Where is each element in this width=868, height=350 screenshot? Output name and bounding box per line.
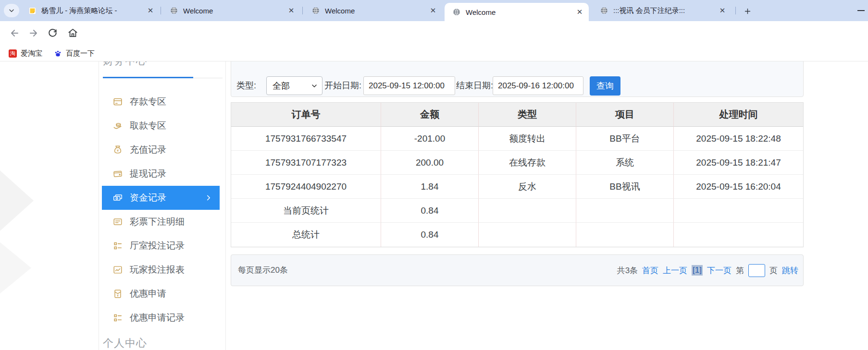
table-row-page-summary: 当前页统计 0.84 <box>231 199 803 223</box>
tab-title: 杨雪儿 - 海燕策略论坛 - <box>41 6 142 15</box>
cell-project: 系统 <box>576 151 674 175</box>
type-select-value: 全部 <box>273 80 290 92</box>
tab-close-icon[interactable]: ✕ <box>718 6 727 15</box>
sidebar-item-hall-bet-record[interactable]: 厅室投注记录 <box>102 234 220 258</box>
sidebar-item-withdraw-zone[interactable]: 取款专区 <box>102 114 220 138</box>
sidebar: 财务中心 存款专区 取款专区 ¥ 充值记录 提现记录 <box>99 61 226 350</box>
sidebar-item-promo-apply[interactable]: ¥ 优惠申请 <box>102 282 220 306</box>
browser-toolbar: js13.cc/hhcp/usercenter.html?iniType=6 <box>0 21 868 45</box>
tab-close-icon[interactable]: ✕ <box>429 6 437 15</box>
sidebar-item-label: 取款专区 <box>130 120 166 132</box>
tab-search-button[interactable] <box>4 4 19 17</box>
page-jump-input[interactable] <box>748 264 765 277</box>
home-icon[interactable] <box>67 27 79 39</box>
next-page-link[interactable]: 下一页 <box>707 265 732 276</box>
cell-project: BB视讯 <box>576 175 674 199</box>
prev-page-link[interactable]: 上一页 <box>663 265 687 276</box>
hand-coins-icon <box>112 121 123 131</box>
chevron-right-icon <box>204 193 213 202</box>
reload-icon[interactable] <box>47 27 59 39</box>
cell-amount: -201.00 <box>381 127 479 151</box>
new-tab-button[interactable] <box>741 5 754 17</box>
sidebar-section-personal: 个人中心 <box>103 336 147 350</box>
tab-close-icon[interactable]: ✕ <box>575 8 584 16</box>
list-icon <box>112 241 123 251</box>
sidebar-item-label: 厅室投注记录 <box>130 240 185 252</box>
cell-order-no: 1757931707177323 <box>231 151 381 175</box>
tab-welcome-active[interactable]: Welcome ✕ <box>445 3 589 21</box>
table-row: 1757924404902270 1.84 反水 BB视讯 2025-09-15… <box>231 175 803 199</box>
money-bag-icon: ¥ <box>112 145 123 155</box>
tab-forum[interactable]: 杨雪儿 - 海燕策略论坛 - ✕ <box>20 0 160 21</box>
current-page-indicator: [1] <box>692 265 703 276</box>
col-header-order-no: 订单号 <box>231 103 381 127</box>
cell-amount: 0.84 <box>381 199 479 223</box>
tab-divider <box>302 7 303 14</box>
table-row-total-summary: 总统计 0.84 <box>231 223 803 247</box>
sidebar-item-label: 存款专区 <box>130 96 166 108</box>
first-page-link[interactable]: 首页 <box>642 265 658 276</box>
jump-link[interactable]: 跳转 <box>782 265 798 276</box>
page-prefix-label: 第 <box>736 265 744 276</box>
banknotes-icon <box>112 193 123 203</box>
sidebar-item-label: 提现记录 <box>130 168 166 180</box>
sidebar-item-lottery-bet-detail[interactable]: 彩票下注明细 <box>102 210 220 234</box>
cell-process-time: 2025-09-15 18:22:48 <box>674 127 803 151</box>
type-label: 类型: <box>236 76 256 95</box>
globe-favicon-icon <box>600 6 608 15</box>
tab-title: :::视讯 会员下注纪录::: <box>613 6 714 15</box>
sidebar-item-funds-record[interactable]: 资金记录 <box>102 186 220 210</box>
tab-betting-record[interactable]: :::视讯 会员下注纪录::: ✕ <box>592 0 732 21</box>
tab-welcome-1[interactable]: Welcome ✕ <box>162 0 300 21</box>
bookmark-aitaobao[interactable]: 淘 爱淘宝 <box>6 47 45 60</box>
watermark-triangle <box>0 234 31 302</box>
browser-window: 杨雪儿 - 海燕策略论坛 - ✕ Welcome ✕ Welcome ✕ Wel… <box>0 0 868 350</box>
col-header-type: 类型 <box>479 103 576 127</box>
search-button[interactable]: 查询 <box>590 76 620 96</box>
table-header-row: 订单号 金额 类型 项目 处理时间 <box>231 103 803 127</box>
cell-empty <box>674 199 803 223</box>
svg-text:¥: ¥ <box>117 148 119 153</box>
tab-divider <box>735 7 736 14</box>
start-date-input[interactable] <box>363 76 455 95</box>
table-row: 1757931707177323 200.00 在线存款 系统 2025-09-… <box>231 151 803 175</box>
sidebar-item-withdrawal-record[interactable]: 提现记录 <box>102 162 220 186</box>
end-date-label: 结束日期: <box>456 76 493 95</box>
sidebar-item-recharge-record[interactable]: ¥ 充值记录 <box>102 138 220 162</box>
cell-empty <box>479 223 576 247</box>
sidebar-item-deposit-zone[interactable]: 存款专区 <box>102 90 220 114</box>
document-favicon-icon <box>28 6 37 15</box>
tab-close-icon[interactable]: ✕ <box>146 6 155 15</box>
tab-divider <box>161 7 161 14</box>
cell-process-time: 2025-09-15 16:20:04 <box>674 175 803 199</box>
per-page-label: 每页显示20条 <box>238 255 288 286</box>
minimize-button[interactable] <box>857 10 865 11</box>
end-date-input[interactable] <box>493 76 583 95</box>
globe-favicon-icon <box>452 8 461 16</box>
tab-welcome-2[interactable]: Welcome ✕ <box>304 0 442 21</box>
cell-order-no: 1757931766733547 <box>231 127 381 151</box>
tab-close-icon[interactable]: ✕ <box>287 6 296 15</box>
cell-amount: 200.00 <box>381 151 479 175</box>
sidebar-item-label: 玩家投注报表 <box>130 264 185 276</box>
forward-icon[interactable] <box>28 27 39 39</box>
cell-order-no: 1757924404902270 <box>231 175 381 199</box>
red-envelope-icon: ¥ <box>112 289 123 299</box>
page-suffix-label: 页 <box>769 265 778 276</box>
back-icon[interactable] <box>9 27 20 39</box>
col-header-project: 项目 <box>576 103 674 127</box>
bookmark-baidu[interactable]: 百度一下 <box>51 47 98 60</box>
cell-empty <box>576 199 674 223</box>
sidebar-item-promo-apply-record[interactable]: 优惠申请记录 <box>102 306 220 330</box>
cell-empty <box>674 223 803 247</box>
bookmarks-bar: 淘 爱淘宝 百度一下 <box>0 45 868 61</box>
type-select[interactable]: 全部 <box>266 76 322 95</box>
cell-amount: 1.84 <box>381 175 479 199</box>
tab-strip: 杨雪儿 - 海燕策略论坛 - ✕ Welcome ✕ Welcome ✕ Wel… <box>0 0 868 21</box>
col-header-process-time: 处理时间 <box>674 103 803 127</box>
cell-type: 反水 <box>479 175 576 199</box>
sidebar-item-player-bet-report[interactable]: 玩家投注报表 <box>102 258 220 282</box>
globe-favicon-icon <box>170 6 178 15</box>
wallet-icon <box>112 169 123 179</box>
svg-text:¥: ¥ <box>117 294 119 297</box>
